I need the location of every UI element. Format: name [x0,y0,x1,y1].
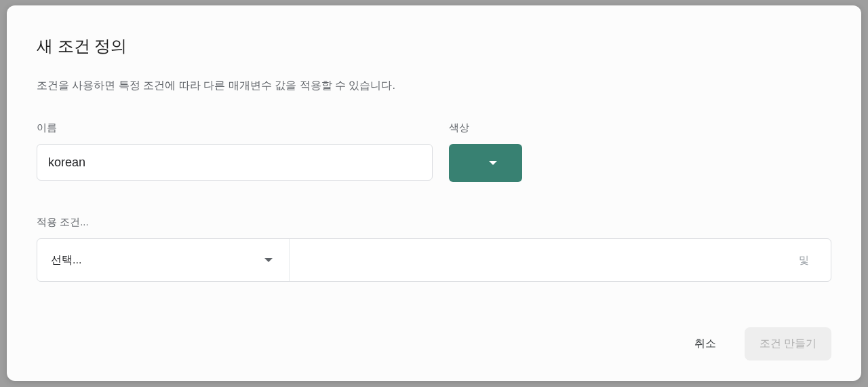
color-group: 색상 [449,122,522,182]
condition-select-dropdown[interactable]: 선택... [37,239,290,281]
name-input[interactable] [37,144,433,181]
dialog-description: 조건을 사용하면 특정 조건에 따라 다른 매개변수 값을 적용할 수 있습니다… [37,79,831,93]
color-picker-button[interactable] [449,144,522,182]
condition-select-text: 선택... [51,253,81,268]
condition-value-area [290,239,776,281]
dialog-actions: 취소 조건 만들기 [679,327,831,361]
condition-row: 선택... 및 [37,238,831,282]
create-condition-button[interactable]: 조건 만들기 [745,327,831,361]
condition-operator-label: 및 [776,239,831,281]
chevron-down-icon [264,258,273,262]
condition-section-label: 적용 조건... [37,216,831,229]
condition-dialog: 새 조건 정의 조건을 사용하면 특정 조건에 따라 다른 매개변수 값을 적용… [7,5,861,381]
name-label: 이름 [37,122,433,134]
condition-section: 적용 조건... 선택... 및 [37,216,831,282]
cancel-button[interactable]: 취소 [679,327,731,361]
name-group: 이름 [37,122,433,181]
form-row: 이름 색상 [37,122,831,182]
dialog-title: 새 조건 정의 [37,35,831,57]
color-label: 색상 [449,122,522,134]
chevron-down-icon [489,161,497,165]
